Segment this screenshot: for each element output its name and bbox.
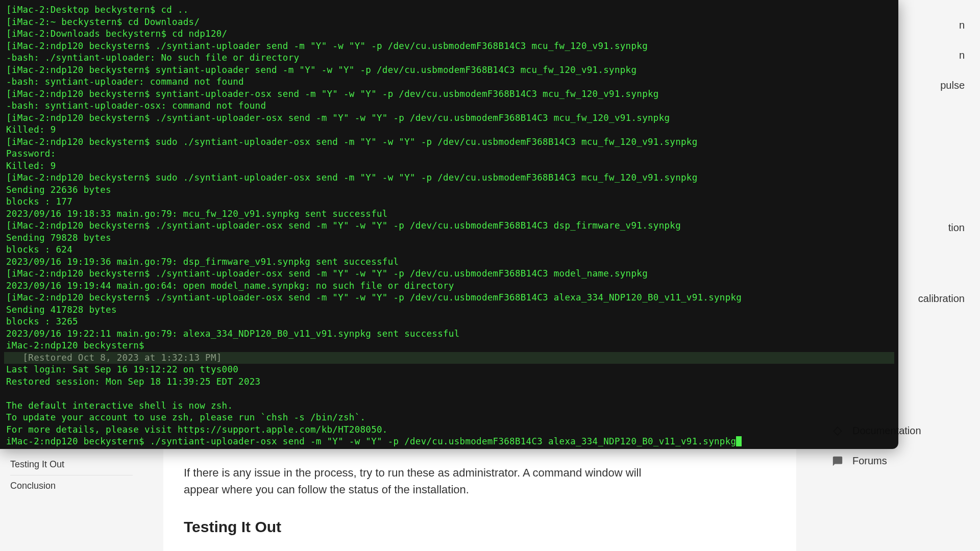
terminal-line: [iMac-2:Downloads beckystern$ cd ndp120/ <box>6 28 892 40</box>
terminal-line: Sending 417828 bytes <box>6 304 892 316</box>
terminal-restored-banner: [Restored Oct 8, 2023 at 1:32:13 PM] <box>4 352 894 364</box>
article-paragraph: If there is any issue in the process, tr… <box>184 464 643 498</box>
terminal-line: iMac-2:ndp120 beckystern$ <box>6 340 892 352</box>
terminal-prompt-line[interactable]: iMac-2:ndp120 beckystern$ ./syntiant-upl… <box>6 436 892 448</box>
terminal-line: Killed: 9 <box>6 124 892 136</box>
terminal-output-after: Last login: Sat Sep 16 19:12:22 on ttys0… <box>6 364 892 436</box>
terminal-line: blocks : 177 <box>6 196 892 208</box>
terminal-line: [iMac-2:ndp120 beckystern$ sudo ./syntia… <box>6 136 892 148</box>
terminal-line: [iMac-2:Desktop beckystern$ cd .. <box>6 4 892 16</box>
terminal-line: -bash: syntiant-uploader-osx: command no… <box>6 100 892 112</box>
terminal-cursor <box>736 436 742 446</box>
nav-testing-it-out[interactable]: Testing It Out <box>10 454 133 475</box>
terminal-line: -bash: ./syntiant-uploader: No such file… <box>6 52 892 64</box>
terminal-line: [iMac-2:ndp120 beckystern$ sudo ./syntia… <box>6 172 892 184</box>
terminal-line: 2023/09/16 19:19:36 main.go:79: dsp_firm… <box>6 256 892 268</box>
terminal-line: blocks : 3265 <box>6 316 892 328</box>
terminal-line: blocks : 624 <box>6 244 892 256</box>
terminal-last-command: iMac-2:ndp120 beckystern$ ./syntiant-upl… <box>6 436 736 446</box>
terminal-line: Sending 79828 bytes <box>6 232 892 244</box>
forums-icon <box>832 456 843 467</box>
terminal-line: Last login: Sat Sep 16 19:12:22 on ttys0… <box>6 364 892 376</box>
terminal-line: To update your account to use zsh, pleas… <box>6 412 892 424</box>
terminal-output: [iMac-2:Desktop beckystern$ cd ..[iMac-2… <box>6 4 892 352</box>
terminal-line: [iMac-2:ndp120 beckystern$ ./syntiant-up… <box>6 220 892 232</box>
terminal-line: [iMac-2:ndp120 beckystern$ syntiant-uplo… <box>6 88 892 101</box>
terminal-line: Password: <box>6 148 892 160</box>
terminal-line: [iMac-2:ndp120 beckystern$ ./syntiant-up… <box>6 292 892 304</box>
terminal-line: Restored session: Mon Sep 18 11:39:25 ED… <box>6 376 892 388</box>
terminal-line: [iMac-2:ndp120 beckystern$ ./syntiant-up… <box>6 268 892 280</box>
terminal-line: [iMac-2:ndp120 beckystern$ ./syntiant-up… <box>6 40 892 53</box>
forums-link[interactable]: Forums <box>832 446 965 476</box>
article-heading-testing: Testing It Out <box>184 518 776 536</box>
nav-conclusion[interactable]: Conclusion <box>10 475 133 496</box>
terminal-line: -bash: syntiant-uploader: command not fo… <box>6 76 892 88</box>
terminal-line: 2023/09/16 19:19:44 main.go:64: open mod… <box>6 280 892 292</box>
forums-label: Forums <box>852 455 887 467</box>
terminal-window[interactable]: [iMac-2:Desktop beckystern$ cd ..[iMac-2… <box>0 0 898 449</box>
terminal-line: [iMac-2:ndp120 beckystern$ ./syntiant-up… <box>6 112 892 124</box>
terminal-line: 2023/09/16 19:18:33 main.go:79: mcu_fw_1… <box>6 208 892 220</box>
terminal-line: 2023/09/16 19:22:11 main.go:79: alexa_33… <box>6 328 892 340</box>
terminal-line: Killed: 9 <box>6 160 892 172</box>
terminal-line: [iMac-2:ndp120 beckystern$ syntiant-uplo… <box>6 64 892 77</box>
terminal-line: [iMac-2:~ beckystern$ cd Downloads/ <box>6 16 892 29</box>
terminal-line: For more details, please visit https://s… <box>6 424 892 436</box>
terminal-line: Sending 22636 bytes <box>6 184 892 196</box>
terminal-line: The default interactive shell is now zsh… <box>6 400 892 412</box>
terminal-line <box>6 388 892 400</box>
